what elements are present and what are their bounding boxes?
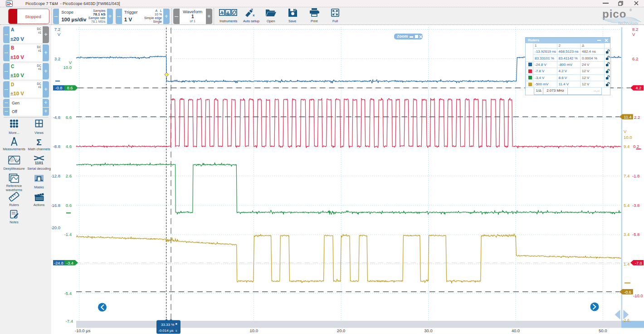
- svg-text:x: x: [251, 8, 254, 11]
- svg-text:40.0: 40.0: [512, 328, 520, 333]
- svg-text:7.2: 7.2: [54, 27, 60, 32]
- svg-text:4.6: 4.6: [66, 144, 72, 149]
- svg-text:-8.8: -8.8: [53, 144, 60, 149]
- svg-text:4.2: 4.2: [635, 86, 641, 90]
- svg-text:Measurements: Measurements: [3, 147, 25, 151]
- svg-text:2.2: 2.2: [634, 115, 640, 120]
- svg-text:3.2: 3.2: [54, 56, 60, 61]
- svg-text:waveforms: waveforms: [5, 188, 23, 192]
- svg-text:x: x: [253, 13, 255, 17]
- svg-text:8.6: 8.6: [67, 86, 73, 90]
- svg-text:Σ: Σ: [36, 138, 41, 147]
- svg-text:-12.8: -12.8: [50, 173, 60, 178]
- svg-text:Notes: Notes: [10, 220, 19, 224]
- svg-text:6.6: 6.6: [66, 115, 72, 120]
- svg-text:-0.6: -0.6: [624, 290, 631, 295]
- svg-text:Masks: Masks: [34, 185, 44, 189]
- svg-text:10.0: 10.0: [63, 65, 72, 70]
- svg-text:-0.8: -0.8: [55, 86, 63, 90]
- svg-text:20.0: 20.0: [337, 328, 346, 333]
- svg-text:V: V: [624, 129, 627, 134]
- svg-text:-3.8: -3.8: [632, 203, 639, 208]
- svg-text:More...: More...: [9, 131, 19, 135]
- svg-text:DeepMeasure: DeepMeasure: [3, 167, 24, 171]
- svg-text:2.6: 2.6: [66, 173, 72, 178]
- svg-text:-10.0 µs: -10.0 µs: [75, 328, 91, 333]
- svg-text:Math channels: Math channels: [28, 147, 50, 151]
- svg-text:-16.8: -16.8: [50, 203, 60, 208]
- svg-text:Reference: Reference: [6, 184, 22, 188]
- svg-text:-4.8: -4.8: [53, 115, 60, 120]
- svg-text:7.4: 7.4: [624, 173, 629, 178]
- svg-text:11.4: 11.4: [624, 115, 632, 119]
- svg-text:PS: PS: [7, 1, 10, 4]
- svg-text:0.2: 0.2: [633, 144, 639, 149]
- svg-text:-1.8: -1.8: [632, 173, 639, 178]
- svg-text:0.6: 0.6: [66, 203, 72, 208]
- svg-text:10.0: 10.0: [624, 135, 632, 140]
- svg-text:30.0: 30.0: [424, 328, 433, 333]
- svg-text:V: V: [58, 32, 61, 37]
- svg-text:Actions: Actions: [34, 203, 45, 207]
- svg-text:50.0: 50.0: [599, 328, 607, 333]
- svg-text:-20.0: -20.0: [50, 225, 60, 230]
- svg-text:8.2: 8.2: [632, 27, 638, 32]
- svg-text:s: s: [176, 329, 177, 332]
- svg-text:V: V: [69, 60, 72, 65]
- svg-text:V: V: [632, 32, 635, 37]
- svg-text:5.4: 5.4: [624, 203, 629, 208]
- svg-text:6.2: 6.2: [632, 56, 638, 61]
- svg-text:-7.8: -7.8: [635, 261, 642, 265]
- svg-text:-3.4: -3.4: [66, 261, 73, 265]
- svg-text:Views: Views: [34, 131, 44, 135]
- svg-text:33.33 %: 33.33 %: [161, 323, 174, 327]
- svg-text:-5.4: -5.4: [64, 291, 72, 296]
- svg-text:-1.4: -1.4: [64, 232, 72, 237]
- svg-text:Serial decoding: Serial decoding: [27, 167, 51, 171]
- svg-text:-5.8: -5.8: [632, 232, 639, 237]
- svg-text:10.0: 10.0: [249, 328, 258, 333]
- svg-text:pico: pico: [602, 8, 626, 20]
- svg-text:-7.4: -7.4: [66, 319, 73, 324]
- svg-text:®: ®: [629, 9, 632, 12]
- svg-text:1101: 1101: [35, 161, 44, 165]
- svg-text:1.4: 1.4: [624, 261, 629, 266]
- svg-text:3.4: 3.4: [624, 232, 629, 237]
- svg-text:-24.8: -24.8: [54, 261, 63, 265]
- svg-text:Technology: Technology: [618, 21, 639, 25]
- svg-text:-0.014 µs: -0.014 µs: [158, 329, 174, 333]
- svg-text:Rulers: Rulers: [9, 203, 19, 207]
- svg-text:9.4: 9.4: [624, 144, 629, 149]
- svg-text:-10.0: -10.0: [633, 293, 643, 298]
